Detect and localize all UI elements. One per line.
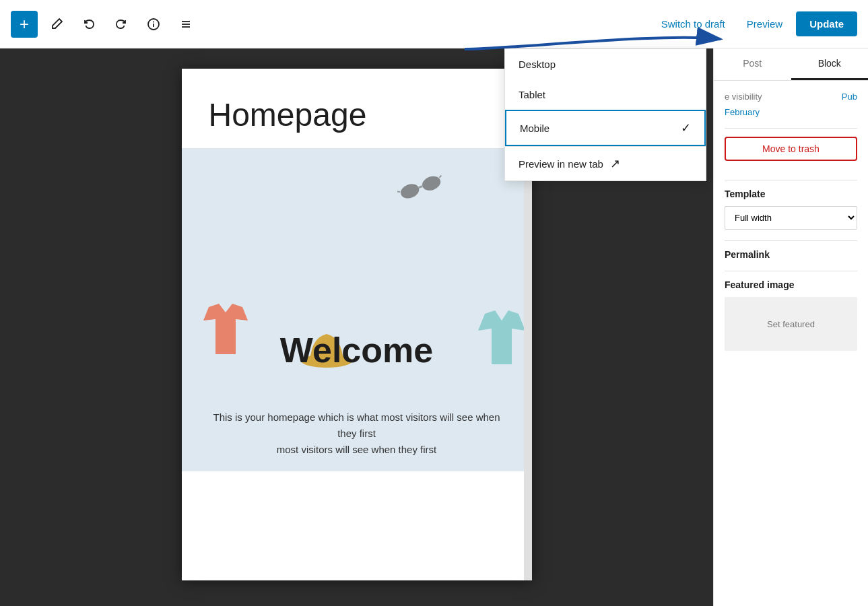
visibility-label: e visibility xyxy=(725,92,762,102)
permalink-section: Permalink xyxy=(725,249,857,260)
preview-tablet-option[interactable]: Tablet xyxy=(505,79,706,110)
featured-image-title: Featured image xyxy=(725,279,857,290)
info-button[interactable] xyxy=(140,11,167,38)
list-icon xyxy=(179,18,193,31)
tablet-label: Tablet xyxy=(519,89,545,100)
svg-point-7 xyxy=(399,181,421,200)
sidebar-divider-2 xyxy=(725,180,857,180)
preview-mobile-option[interactable]: Mobile ✓ xyxy=(505,110,706,146)
pub-link[interactable]: Pub xyxy=(842,92,857,102)
set-featured-image-button[interactable]: Set featured xyxy=(767,319,815,329)
undo-button[interactable] xyxy=(75,11,102,38)
toolbar-left: + xyxy=(11,11,199,38)
svg-line-10 xyxy=(397,191,399,193)
date-value[interactable]: February xyxy=(725,107,760,117)
svg-point-8 xyxy=(420,174,442,193)
tab-post[interactable]: Post xyxy=(714,48,791,80)
tab-block[interactable]: Block xyxy=(791,48,869,80)
right-sidebar: Post Block e visibility Pub February Mov… xyxy=(713,48,868,606)
jacket-decoration xyxy=(475,307,529,370)
redo-button[interactable] xyxy=(108,11,135,38)
edit-icon-button[interactable] xyxy=(43,11,70,38)
move-to-trash-button[interactable]: Move to trash xyxy=(725,137,857,161)
preview-new-tab-label: Preview in new tab xyxy=(519,158,603,170)
preview-new-tab-option[interactable]: Preview in new tab ↗ xyxy=(505,147,706,180)
date-row: February xyxy=(725,107,857,117)
mobile-checkmark: ✓ xyxy=(681,121,691,135)
pencil-icon xyxy=(50,18,63,31)
page-title: Homepage xyxy=(209,96,505,135)
desktop-label: Desktop xyxy=(519,59,556,70)
featured-image-section: Featured image Set featured xyxy=(725,279,857,351)
template-section-title: Template xyxy=(725,189,857,199)
preview-dropdown: Desktop Tablet Mobile ✓ Preview in new t… xyxy=(504,48,706,181)
sidebar-divider-3 xyxy=(725,240,857,241)
external-link-icon: ↗ xyxy=(610,156,620,171)
main-content: Homepage xyxy=(0,48,868,606)
mobile-label: Mobile xyxy=(520,123,549,134)
redo-icon xyxy=(114,18,128,31)
hero-body-text: This is your homepage which is what most… xyxy=(209,409,505,458)
svg-point-2 xyxy=(153,21,154,22)
list-view-button[interactable] xyxy=(172,11,199,38)
template-section: Template Full width xyxy=(725,189,857,230)
update-button[interactable]: Update xyxy=(796,11,857,36)
hero-welcome-text: Welcome xyxy=(280,330,433,370)
shirt-decoration xyxy=(195,300,256,364)
sidebar-divider-4 xyxy=(725,271,857,271)
sidebar-tabs: Post Block xyxy=(714,48,868,81)
info-icon xyxy=(147,18,160,31)
add-block-button[interactable]: + xyxy=(11,11,38,38)
sidebar-body: e visibility Pub February Move to trash … xyxy=(714,81,868,606)
sidebar-divider-1 xyxy=(725,128,857,129)
featured-image-box: Set featured xyxy=(725,297,857,351)
preview-desktop-option[interactable]: Desktop xyxy=(505,49,706,79)
switch-to-draft-button[interactable]: Switch to draft xyxy=(653,13,733,35)
page-preview: Homepage xyxy=(182,69,532,580)
undo-icon xyxy=(82,18,96,31)
svg-marker-12 xyxy=(203,304,248,354)
visibility-row: e visibility Pub xyxy=(725,92,857,102)
svg-line-11 xyxy=(438,175,441,177)
visibility-section: e visibility Pub February xyxy=(725,92,857,117)
svg-marker-14 xyxy=(478,310,525,364)
permalink-section-title: Permalink xyxy=(725,249,857,260)
page-hero: Welcome This is your homepage which is w… xyxy=(182,148,532,471)
toolbar: + xyxy=(0,0,868,48)
toolbar-right: Switch to draft Preview Update xyxy=(653,11,857,36)
page-title-section: Homepage xyxy=(182,69,532,148)
preview-button[interactable]: Preview xyxy=(739,13,791,35)
sunglasses-decoration xyxy=(392,161,450,213)
template-select[interactable]: Full width xyxy=(725,206,857,230)
